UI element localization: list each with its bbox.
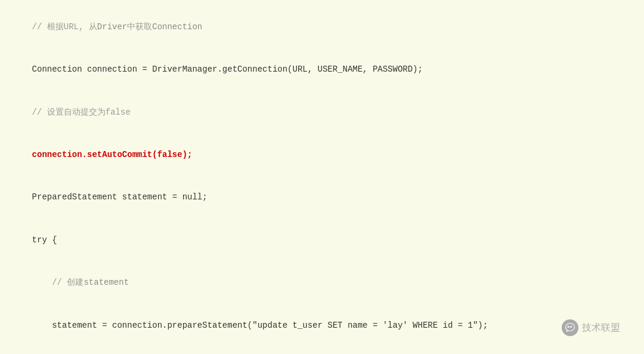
code-container: // 根据URL, 从Driver中获取Connection Connectio… — [0, 0, 644, 354]
code-line-2: Connection connection = DriverManager.ge… — [12, 48, 632, 91]
code-line-4: connection.setAutoCommit(false); — [12, 134, 632, 176]
code-line-5: PreparedStatement statement = null; — [12, 177, 632, 219]
code-line-8: statement = connection.prepareStatement(… — [12, 304, 632, 347]
code-line-7: // 创建statement — [12, 261, 632, 304]
code-line-6: try { — [12, 219, 632, 261]
watermark-text: 技术联盟 — [582, 319, 620, 335]
code-line-1: // 根据URL, 从Driver中获取Connection — [12, 6, 632, 48]
wechat-icon — [562, 319, 578, 336]
svg-point-0 — [568, 326, 569, 328]
code-line-3: // 设置自动提交为false — [12, 91, 632, 134]
code-line-9: // 执行statement — [12, 347, 632, 354]
comment-1: // 根据URL, 从Driver中获取Connection — [32, 22, 203, 32]
watermark: 技术联盟 — [562, 319, 620, 336]
svg-point-1 — [570, 326, 572, 328]
